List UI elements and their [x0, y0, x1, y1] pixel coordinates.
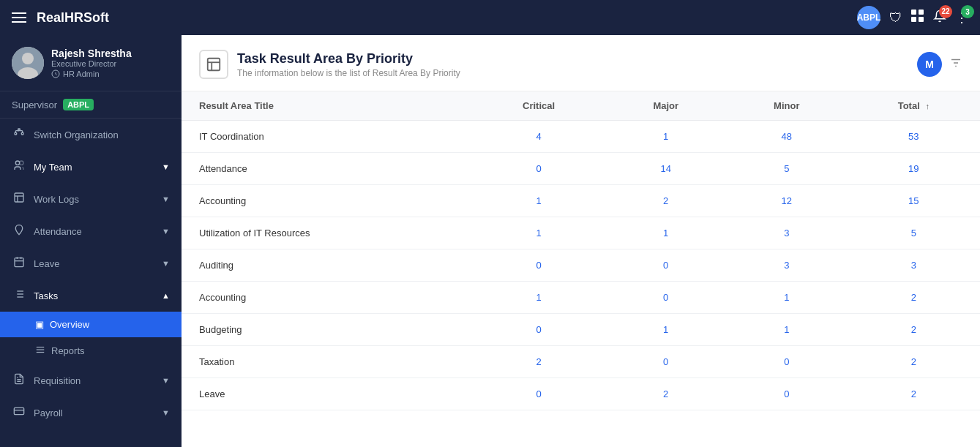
topnav-left: RealHRSoft: [12, 10, 109, 26]
sidebar-item-work-logs[interactable]: Work Logs ▼: [0, 183, 182, 215]
cell-major[interactable]: 1: [606, 314, 726, 346]
filter-button[interactable]: [949, 56, 962, 73]
requisition-chevron: ▼: [162, 376, 170, 385]
sidebar-item-my-team[interactable]: My Team ▼: [0, 151, 182, 183]
cell-minor[interactable]: 3: [726, 249, 848, 282]
grid-icon[interactable]: [911, 10, 924, 26]
cell-total[interactable]: 15: [848, 185, 980, 217]
table-row: Taxation 2 0 0 2: [182, 346, 980, 378]
cell-minor[interactable]: 0: [726, 378, 848, 410]
cell-total[interactable]: 19: [848, 153, 980, 185]
cell-major[interactable]: 2: [606, 378, 726, 410]
cell-critical[interactable]: 4: [472, 121, 606, 153]
table-row: Attendance 0 14 5 19: [182, 153, 980, 185]
cell-major[interactable]: 0: [606, 346, 726, 378]
cell-major[interactable]: 2: [606, 185, 726, 217]
my-team-chevron: ▼: [162, 162, 170, 171]
col-total[interactable]: Total ↑: [848, 91, 980, 121]
cell-total[interactable]: 2: [848, 378, 980, 410]
col-major[interactable]: Major: [606, 91, 726, 121]
cell-major[interactable]: 0: [606, 249, 726, 282]
cell-major[interactable]: 1: [606, 217, 726, 249]
reports-label: Reports: [51, 345, 85, 356]
svg-point-5: [22, 53, 34, 64]
sidebar-item-payroll[interactable]: Payroll ▼: [0, 397, 182, 429]
col-critical[interactable]: Critical: [472, 91, 606, 121]
sidebar-subitem-overview[interactable]: ▣ Overview: [0, 312, 182, 337]
table-body: IT Coordination 4 1 48 53 Attendance 0 1…: [182, 121, 980, 410]
table-row: Utilization of IT Resources 1 1 3 5: [182, 217, 980, 249]
sidebar-item-switch-org[interactable]: Switch Organization: [0, 119, 182, 151]
sidebar: Rajesh Shrestha Executive Director HR Ad…: [0, 35, 182, 447]
my-team-icon: [12, 159, 26, 174]
shield-icon[interactable]: 🛡: [889, 10, 902, 26]
cell-critical[interactable]: 2: [472, 346, 606, 378]
cell-major[interactable]: 14: [606, 153, 726, 185]
app-logo: RealHRSoft: [37, 10, 109, 26]
cell-minor[interactable]: 5: [726, 153, 848, 185]
svg-rect-3: [919, 17, 924, 22]
cell-critical[interactable]: 1: [472, 217, 606, 249]
svg-rect-36: [14, 407, 23, 414]
svg-rect-1: [919, 10, 924, 15]
content-header: Task Result Area By Priority The informa…: [182, 35, 980, 91]
more-count: 3: [961, 5, 974, 18]
user-name: Rajesh Shrestha: [51, 48, 170, 59]
requisition-icon: [12, 373, 26, 388]
col-minor[interactable]: Minor: [726, 91, 848, 121]
more-menu[interactable]: 3 ⋮: [955, 10, 968, 26]
hamburger-menu[interactable]: [12, 12, 26, 23]
sidebar-item-requisition[interactable]: Requisition ▼: [0, 364, 182, 397]
cell-title: Accounting: [182, 185, 472, 217]
table-row: Leave 0 2 0 2: [182, 378, 980, 410]
payroll-icon: [12, 405, 26, 420]
cell-critical[interactable]: 0: [472, 314, 606, 346]
cell-total[interactable]: 3: [848, 249, 980, 282]
svg-rect-8: [15, 132, 17, 135]
cell-minor[interactable]: 0: [726, 346, 848, 378]
sidebar-item-tasks[interactable]: Tasks ▲: [0, 279, 182, 312]
avatar: [12, 47, 44, 79]
cell-major[interactable]: 1: [606, 121, 726, 153]
user-section: Rajesh Shrestha Executive Director HR Ad…: [0, 35, 182, 91]
sidebar-subitem-reports[interactable]: Reports: [0, 337, 182, 364]
cell-critical[interactable]: 0: [472, 378, 606, 410]
cell-title: Auditing: [182, 249, 472, 282]
sidebar-item-leave[interactable]: Leave ▼: [0, 247, 182, 279]
main-layout: Rajesh Shrestha Executive Director HR Ad…: [0, 35, 980, 447]
cell-minor[interactable]: 48: [726, 121, 848, 153]
cell-total[interactable]: 53: [848, 121, 980, 153]
table-row: Accounting 1 0 1 2: [182, 282, 980, 314]
tasks-icon: [12, 288, 26, 303]
header-user-avatar[interactable]: M: [917, 52, 942, 77]
cell-total[interactable]: 2: [848, 346, 980, 378]
cell-critical[interactable]: 1: [472, 282, 606, 314]
header-icon-box: [199, 50, 228, 79]
cell-title: Budgeting: [182, 314, 472, 346]
cell-total[interactable]: 2: [848, 314, 980, 346]
user-info: Rajesh Shrestha Executive Director HR Ad…: [51, 48, 170, 78]
table-row: IT Coordination 4 1 48 53: [182, 121, 980, 153]
cell-critical[interactable]: 1: [472, 185, 606, 217]
svg-rect-18: [15, 193, 23, 202]
overview-icon: ▣: [35, 319, 44, 330]
col-result-area-title[interactable]: Result Area Title: [182, 91, 472, 121]
overview-label: Overview: [50, 319, 89, 330]
supervisor-row: Supervisor ABPL: [0, 91, 182, 119]
cell-critical[interactable]: 0: [472, 249, 606, 282]
cell-minor[interactable]: 1: [726, 314, 848, 346]
table-header: Result Area Title Critical Major Minor T: [182, 91, 980, 121]
table-row: Budgeting 0 1 1 2: [182, 314, 980, 346]
switch-org-label: Switch Organization: [34, 129, 119, 140]
leave-icon: [12, 256, 26, 271]
cell-critical[interactable]: 0: [472, 153, 606, 185]
cell-total[interactable]: 5: [848, 217, 980, 249]
cell-total[interactable]: 2: [848, 282, 980, 314]
cell-minor[interactable]: 1: [726, 282, 848, 314]
sidebar-item-attendance[interactable]: Attendance ▼: [0, 215, 182, 247]
org-avatar[interactable]: ABPL: [857, 6, 880, 29]
cell-minor[interactable]: 3: [726, 217, 848, 249]
cell-minor[interactable]: 12: [726, 185, 848, 217]
cell-major[interactable]: 0: [606, 282, 726, 314]
notification-bell[interactable]: 22: [933, 10, 946, 26]
